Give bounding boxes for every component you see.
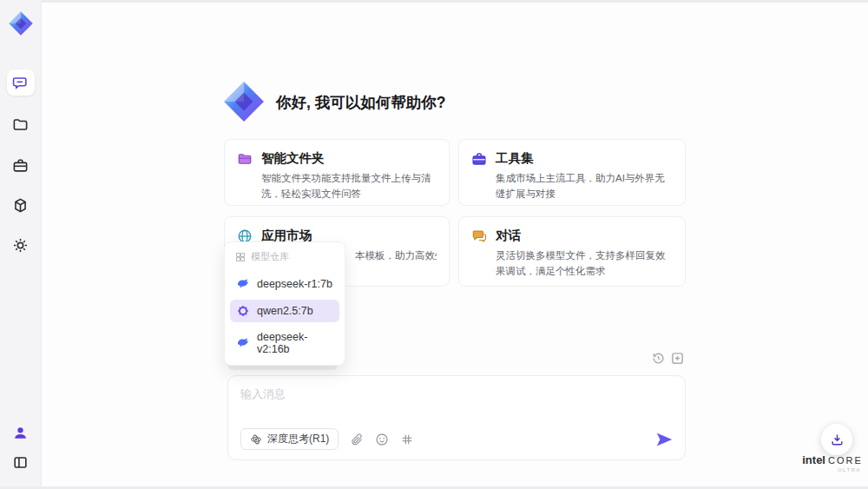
core-wordmark: CORE — [828, 455, 863, 466]
gear-icon — [12, 237, 29, 254]
prompt-grid-button[interactable] — [400, 433, 414, 446]
deepseek-whale-icon — [236, 336, 250, 350]
cube-icon — [12, 197, 29, 214]
user-icon — [12, 425, 29, 441]
window-top-edge — [0, 0, 868, 3]
hash-grid-icon — [400, 433, 414, 446]
input-toolbar: 深度思考(R1) — [240, 428, 673, 450]
attach-file-button[interactable] — [350, 433, 364, 446]
folder-icon — [12, 116, 29, 133]
app-logo-icon — [8, 10, 34, 36]
chat-icon — [12, 75, 29, 91]
sidebar-item-folders[interactable] — [7, 111, 35, 137]
folder-icon — [237, 151, 253, 167]
model-option-label: deepseek-v2:16b — [257, 331, 333, 355]
model-option-label: qwen2.5:7b — [257, 305, 313, 317]
model-option-label: deepseek-r1:7b — [257, 278, 332, 290]
greeting-logo-icon — [222, 80, 266, 123]
emoji-icon — [375, 433, 389, 446]
chat-input-card: 深度思考(R1) — [227, 375, 686, 460]
card-description: 集成市场上主流工具，助力AI与外界无缝扩展与对接 — [496, 171, 673, 202]
sidebar-item-models[interactable] — [7, 192, 35, 218]
sidebar-item-tools[interactable] — [7, 152, 35, 178]
card-smart-folder[interactable]: 智能文件夹 智能文件夹功能支持批量文件上传与清洗，轻松实现文件问答 — [224, 139, 450, 206]
send-icon — [655, 431, 673, 448]
repo-icon — [235, 252, 246, 262]
history-button[interactable] — [651, 351, 666, 366]
chat-bubble-icon — [471, 228, 487, 244]
card-title: 智能文件夹 — [261, 150, 325, 167]
briefcase-icon — [12, 157, 29, 174]
intel-core-logo: intel CORE ULTRA — [804, 453, 861, 472]
paperclip-icon — [350, 433, 364, 446]
ultra-wordmark: ULTRA — [804, 467, 861, 472]
message-input[interactable] — [240, 387, 673, 423]
send-button[interactable] — [655, 431, 673, 448]
model-option-deepseek-r1[interactable]: deepseek-r1:7b — [230, 273, 339, 295]
model-dropdown: 模型仓库 deepseek-r1:7b qwen2.5:7b deepseek-… — [224, 241, 345, 366]
card-title: 对话 — [496, 228, 521, 244]
model-dropdown-header: 模型仓库 — [230, 248, 339, 268]
card-conversation[interactable]: 对话 灵活切换多模型文件，支持多样回复效果调试，满足个性化需求 — [458, 216, 686, 287]
emoji-button[interactable] — [375, 433, 389, 446]
model-dropdown-header-label: 模型仓库 — [251, 250, 289, 263]
download-icon — [830, 433, 845, 447]
sidebar-collapse-button[interactable] — [7, 449, 35, 475]
briefcase-icon — [471, 151, 487, 167]
app-window: 你好, 我可以如何帮助你? 智能文件夹 智能文件夹功能支持批量文件上传与清洗，轻… — [0, 0, 868, 489]
deep-think-toggle[interactable]: 深度思考(R1) — [240, 428, 339, 450]
plus-square-icon — [670, 351, 685, 366]
sidebar-item-account[interactable] — [7, 420, 35, 446]
model-option-deepseek-v2[interactable]: deepseek-v2:16b — [230, 327, 339, 360]
card-description: 灵活切换多模型文件，支持多样回复效果调试，满足个性化需求 — [496, 248, 673, 280]
new-chat-button[interactable] — [670, 351, 685, 366]
deepseek-whale-icon — [236, 277, 250, 291]
card-toolset[interactable]: 工具集 集成市场上主流工具，助力AI与外界无缝扩展与对接 — [458, 139, 686, 206]
download-button[interactable] — [821, 424, 852, 455]
qwen-star-icon — [236, 304, 250, 318]
page-title: 你好, 我可以如何帮助你? — [276, 92, 445, 113]
sidebar-item-chat[interactable] — [7, 69, 35, 96]
sidebar-item-settings[interactable] — [7, 232, 35, 258]
card-title: 工具集 — [496, 150, 534, 167]
panel-toggle-icon — [12, 454, 29, 471]
atom-icon — [250, 433, 262, 446]
card-description: 智能文件夹功能支持批量文件上传与清洗，轻松实现文件问答 — [261, 171, 437, 202]
intel-wordmark: intel — [802, 453, 825, 466]
deep-think-label: 深度思考(R1) — [267, 432, 329, 446]
history-icon — [651, 351, 666, 366]
sidebar — [0, 0, 42, 489]
model-option-qwen[interactable]: qwen2.5:7b — [230, 300, 339, 322]
